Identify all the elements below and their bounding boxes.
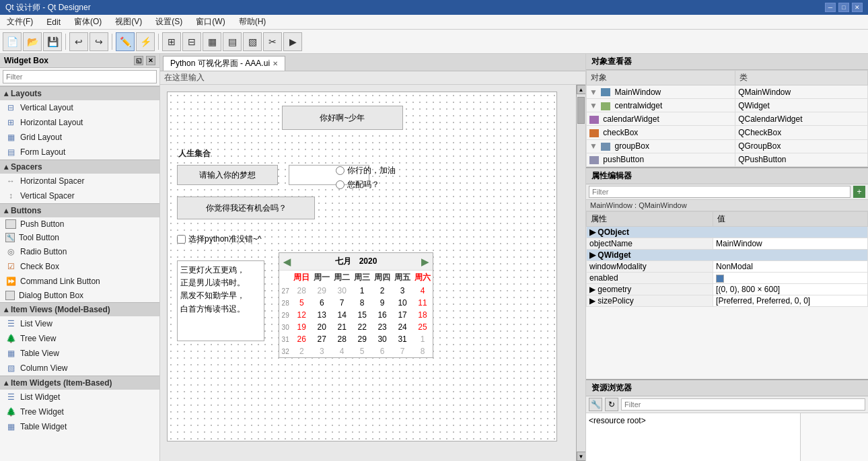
- wb-item-check-box[interactable]: ☑ Check Box: [0, 259, 159, 274]
- wb-item-vertical-spacer[interactable]: ↕ Vertical Spacer: [0, 188, 159, 203]
- form-inner[interactable]: 你好啊~少年 人生集合 请输入你的梦想 你觉得我还有机会吗？: [167, 92, 557, 441]
- cal-day-28b[interactable]: 28: [332, 333, 352, 345]
- toolbar-layout-g[interactable]: ▦: [203, 32, 221, 51]
- cal-day-29[interactable]: 29: [312, 285, 332, 297]
- greeting-button[interactable]: 你好啊~少年: [282, 106, 403, 130]
- wb-item-dialog-button[interactable]: Dialog Button Box: [0, 289, 159, 302]
- prop-expand-geometry[interactable]: ▶: [589, 285, 598, 294]
- prop-filter-input[interactable]: [589, 186, 851, 198]
- prop-val-objectname[interactable]: MainWindow: [713, 238, 868, 250]
- cal-day-16[interactable]: 16: [372, 309, 392, 321]
- radio-option-2[interactable]: 您配吗？: [336, 179, 396, 190]
- prop-val-enabled[interactable]: [713, 273, 868, 284]
- menu-window[interactable]: 窗口(W): [192, 15, 229, 29]
- toolbar-layout-s[interactable]: ▧: [243, 32, 262, 51]
- vscroll-thumb[interactable]: [577, 97, 585, 124]
- cal-day-2b[interactable]: 2: [291, 345, 312, 357]
- cal-day-15[interactable]: 15: [352, 309, 372, 321]
- form-tab-aaa[interactable]: Python 可视化界面 - AAA.ui ✕: [163, 56, 285, 71]
- cal-day-12[interactable]: 12: [291, 309, 312, 321]
- cal-day-24[interactable]: 24: [392, 321, 412, 333]
- res-filter-input[interactable]: [621, 398, 865, 411]
- prop-row-enabled[interactable]: enabled: [587, 273, 868, 284]
- action-button[interactable]: 你觉得我还有机会吗？: [177, 197, 315, 219]
- cal-prev[interactable]: ◀: [283, 256, 291, 267]
- wb-item-table-widget[interactable]: ▦ Table Widget: [0, 419, 159, 434]
- toolbar-widget-edit[interactable]: ✏️: [116, 32, 135, 51]
- cal-day-6b[interactable]: 6: [372, 345, 392, 357]
- cal-day-22[interactable]: 22: [352, 321, 372, 333]
- radio-input-2[interactable]: [336, 180, 345, 189]
- prop-row-geometry[interactable]: ▶ geometry [(0, 0), 800 × 600]: [587, 284, 868, 295]
- cal-day-1b[interactable]: 1: [412, 333, 433, 345]
- toolbar-open[interactable]: 📂: [23, 32, 42, 51]
- cal-day-7[interactable]: 7: [332, 297, 352, 309]
- menu-view[interactable]: 视图(V): [111, 15, 146, 29]
- wb-item-horizontal-layout[interactable]: ⊞ Horizontal Layout: [0, 115, 159, 130]
- cal-day-23[interactable]: 23: [372, 321, 392, 333]
- cal-day-1[interactable]: 1: [352, 285, 372, 297]
- cal-day-25[interactable]: 25: [412, 321, 433, 333]
- toolbar-new[interactable]: 📄: [3, 32, 22, 51]
- prop-row-sizepolicy[interactable]: ▶ sizePolicy [Preferred, Preferred, 0, 0…: [587, 295, 868, 307]
- prop-expand-sizepolicy[interactable]: ▶: [589, 296, 598, 306]
- cal-day-8b[interactable]: 8: [412, 345, 433, 357]
- obj-row-groupbox[interactable]: ▼ groupBox QGroupBox: [587, 139, 868, 153]
- close-button[interactable]: ✕: [852, 3, 863, 12]
- prop-val-windowmodality[interactable]: NonModal: [713, 261, 868, 273]
- wb-item-table-view[interactable]: ▦ Table View: [0, 346, 159, 361]
- toolbar-preview[interactable]: ▶: [283, 32, 302, 51]
- cal-day-10[interactable]: 10: [392, 297, 412, 309]
- wb-item-grid-layout[interactable]: ▦ Grid Layout: [0, 130, 159, 145]
- prop-add-button[interactable]: +: [853, 186, 865, 198]
- obj-row-centralwidget[interactable]: ▼ centralwidget QWidget: [587, 99, 868, 112]
- cal-day-3b[interactable]: 3: [312, 345, 332, 357]
- cal-day-20[interactable]: 20: [312, 321, 332, 333]
- menu-settings[interactable]: 设置(S): [151, 15, 186, 29]
- obj-row-calendarwidget[interactable]: calendarWidget QCalendarWidget: [587, 112, 868, 126]
- cal-day-28[interactable]: 28: [291, 285, 312, 297]
- obj-row-mainwindow[interactable]: ▼ MainWindow QMainWindow: [587, 85, 868, 99]
- radio-input-1[interactable]: [336, 166, 345, 175]
- cal-day-31[interactable]: 31: [392, 333, 412, 345]
- toolbar-redo[interactable]: ↪: [89, 32, 108, 51]
- form-tab-close[interactable]: ✕: [273, 60, 278, 67]
- obj-row-checkbox[interactable]: checkBox QCheckBox: [587, 126, 868, 139]
- cal-day-5[interactable]: 5: [291, 297, 312, 309]
- toolbar-signal[interactable]: ⚡: [136, 32, 155, 51]
- menu-edit[interactable]: Edit: [42, 16, 65, 28]
- wb-item-radio-button[interactable]: ◎ Radio Button: [0, 244, 159, 259]
- cal-day-4b[interactable]: 4: [332, 345, 352, 357]
- cal-day-2[interactable]: 2: [372, 285, 392, 297]
- cal-day-6[interactable]: 6: [312, 297, 332, 309]
- cal-day-3[interactable]: 3: [392, 285, 412, 297]
- wb-filter-input[interactable]: [3, 70, 157, 83]
- cal-day-30[interactable]: 30: [332, 285, 352, 297]
- cal-day-30b[interactable]: 30: [372, 333, 392, 345]
- vscroll-down[interactable]: ▼: [577, 452, 586, 461]
- toolbar-undo[interactable]: ↩: [69, 32, 88, 51]
- toolbar-layout-h[interactable]: ⊞: [162, 32, 181, 51]
- cal-day-13[interactable]: 13: [312, 309, 332, 321]
- checkbox-widget[interactable]: 选择python准没错~^: [177, 234, 262, 245]
- cal-day-27b[interactable]: 27: [312, 333, 332, 345]
- toolbar-layout-f[interactable]: ▤: [223, 32, 242, 51]
- wb-item-horizontal-spacer[interactable]: ↔ Horizontal Spacer: [0, 174, 159, 188]
- res-tool-refresh[interactable]: ↻: [605, 398, 618, 411]
- wb-item-column-view[interactable]: ▧ Column View: [0, 361, 159, 376]
- checkbox-input[interactable]: [177, 235, 186, 244]
- obj-expand-groupbox[interactable]: ▼: [589, 141, 598, 151]
- prop-val-sizepolicy[interactable]: [Preferred, Preferred, 0, 0]: [713, 295, 868, 307]
- wb-item-vertical-layout[interactable]: ⊟ Vertical Layout: [0, 100, 159, 115]
- widget-box-float[interactable]: ◱: [134, 56, 143, 65]
- wb-item-form-layout[interactable]: ▤ Form Layout: [0, 145, 159, 159]
- form-canvas-vscroll[interactable]: ▲ ▼: [576, 85, 585, 461]
- obj-expand-centralwidget[interactable]: ▼: [589, 101, 598, 110]
- prop-val-geometry[interactable]: [(0, 0), 800 × 600]: [713, 284, 868, 295]
- toolbar-layout-v[interactable]: ⊟: [182, 32, 201, 51]
- menu-file[interactable]: 文件(F): [3, 15, 37, 29]
- obj-row-pushbutton[interactable]: pushButton QPushButton: [587, 153, 868, 166]
- res-tool-wrench[interactable]: 🔧: [589, 398, 602, 411]
- prop-row-objectname[interactable]: objectName MainWindow: [587, 238, 868, 250]
- cal-day-21[interactable]: 21: [332, 321, 352, 333]
